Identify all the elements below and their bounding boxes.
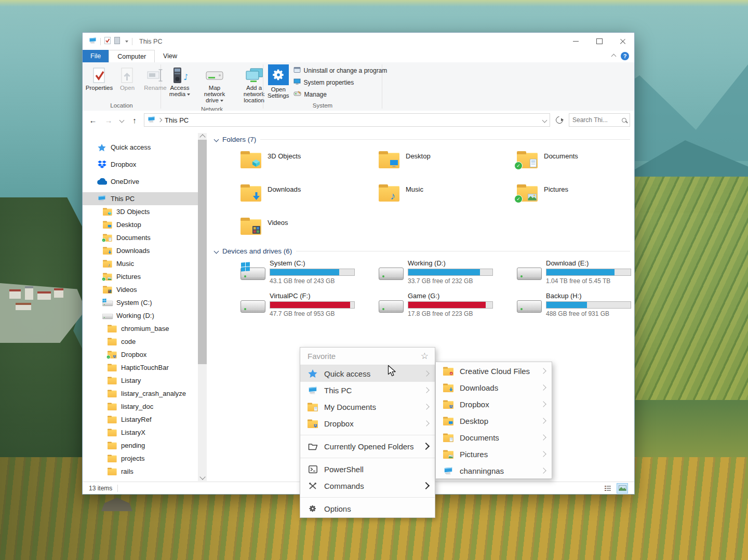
tab-view[interactable]: View bbox=[155, 50, 185, 62]
sidebar-item-system-c-[interactable]: System (C:) bbox=[83, 296, 198, 309]
access-media-button[interactable]: ♪ Access media bbox=[164, 64, 195, 99]
sidebar-item-code[interactable]: code bbox=[83, 335, 198, 348]
gear-icon bbox=[308, 504, 318, 513]
manage-button[interactable]: Manage bbox=[293, 89, 388, 99]
drives-section-header[interactable]: Devices and drives (6) bbox=[215, 247, 630, 255]
sidebar-item-listaryref[interactable]: ListaryRef bbox=[83, 413, 198, 426]
menu-item-desktop[interactable]: Desktop bbox=[436, 412, 552, 429]
tab-file[interactable]: File bbox=[83, 50, 109, 62]
sidebar-item-videos[interactable]: Videos bbox=[83, 283, 198, 296]
sidebar-item-pending[interactable]: pending bbox=[83, 439, 198, 452]
menu-item-documents[interactable]: Documents bbox=[436, 429, 552, 446]
sidebar-item-listary-doc[interactable]: listary_doc bbox=[83, 400, 198, 413]
sidebar-item-dropbox[interactable]: Dropbox bbox=[83, 158, 198, 171]
favorite-search-box[interactable]: Favorite ☆ bbox=[300, 348, 435, 365]
forward-button[interactable]: → bbox=[102, 114, 115, 126]
refresh-button[interactable] bbox=[553, 114, 566, 126]
menu-separator bbox=[300, 432, 435, 438]
group-label-system: System bbox=[263, 101, 382, 111]
sidebar-item-dropbox[interactable]: ✓Dropbox bbox=[83, 348, 198, 361]
map-network-drive-button[interactable]: Map network drive bbox=[196, 64, 233, 105]
folder-tile-videos[interactable]: Videos bbox=[238, 213, 377, 246]
menu-item-dropbox[interactable]: Dropbox bbox=[300, 415, 435, 432]
properties-button[interactable]: Properties bbox=[86, 64, 113, 92]
sidebar-item-desktop[interactable]: Desktop bbox=[83, 218, 198, 231]
menu-item-dropbox[interactable]: Dropbox bbox=[436, 396, 552, 412]
menu-item-this-pc[interactable]: This PC bbox=[300, 382, 435, 398]
open-settings-button[interactable]: Open Settings bbox=[268, 64, 289, 99]
sidebar-item-projects[interactable]: projects bbox=[83, 452, 198, 465]
sidebar-item-rails[interactable]: rails bbox=[83, 465, 198, 478]
scroll-down-icon[interactable] bbox=[199, 474, 205, 479]
recent-locations-icon[interactable] bbox=[118, 114, 125, 126]
collapse-section-icon[interactable] bbox=[214, 249, 219, 254]
menu-item-commands[interactable]: Commands bbox=[300, 477, 435, 494]
drive-tile-backup-h-[interactable]: Backup (H:)488 GB free of 931 GB bbox=[515, 291, 653, 324]
sidebar-item-listaryx[interactable]: ListaryX bbox=[83, 426, 198, 439]
drive-tile-virtualpc-f-[interactable]: VirtualPC (F:)47.7 GB free of 953 GB bbox=[238, 291, 377, 324]
sidebar-item-working-d-[interactable]: Working (D:) bbox=[83, 309, 198, 322]
up-button[interactable]: ↑ bbox=[128, 114, 141, 126]
new-folder-qat-icon[interactable] bbox=[114, 37, 120, 46]
folder-tile-desktop[interactable]: Desktop bbox=[377, 146, 515, 180]
drive-tile-download-e-[interactable]: Download (E:)1.04 TB free of 5.45 TB bbox=[515, 258, 653, 291]
menu-item-currently-opened-folders[interactable]: Currently Opened Folders bbox=[300, 438, 435, 455]
sidebar-item-listary[interactable]: Listary bbox=[83, 374, 198, 387]
folder-tile-music[interactable]: ♪Music bbox=[377, 180, 515, 213]
collapse-ribbon-icon[interactable] bbox=[611, 54, 617, 59]
folder-tile-3d-objects[interactable]: 3D Objects bbox=[238, 146, 377, 180]
sidebar-item-onedrive[interactable]: OneDrive bbox=[83, 175, 198, 188]
sidebar-item-quick-access[interactable]: Quick access bbox=[83, 141, 198, 154]
sidebar-item-documents[interactable]: ✓Documents bbox=[83, 231, 198, 244]
menu-item-creative-cloud-files[interactable]: @Creative Cloud Files bbox=[436, 363, 552, 379]
menu-item-powershell[interactable]: PowerShell bbox=[300, 461, 435, 477]
sidebar-item-label: Pictures bbox=[116, 273, 141, 281]
sidebar-item-downloads[interactable]: Downloads bbox=[83, 244, 198, 257]
menu-item-my-documents[interactable]: My Documents bbox=[300, 398, 435, 415]
sidebar-item-this-pc[interactable]: This PC bbox=[83, 192, 198, 205]
sidebar-item-label: Working (D:) bbox=[116, 312, 154, 319]
minimize-button[interactable] bbox=[564, 33, 587, 50]
collapse-section-icon[interactable] bbox=[214, 137, 219, 142]
sidebar-item-listary-crash-analyze[interactable]: listary_crash_analyze bbox=[83, 387, 198, 400]
folders-section-header[interactable]: Folders (7) bbox=[215, 136, 630, 143]
tab-computer[interactable]: Computer bbox=[109, 50, 155, 63]
back-button[interactable]: ← bbox=[87, 114, 99, 126]
maximize-button[interactable] bbox=[587, 33, 611, 50]
folder-tile-downloads[interactable]: Downloads bbox=[238, 180, 377, 213]
thumbnail-view-button[interactable] bbox=[617, 483, 628, 494]
uninstall-program-button[interactable]: Uninstall or change a program bbox=[293, 65, 388, 75]
favorite-star-icon[interactable]: ☆ bbox=[421, 351, 429, 362]
menu-item-pictures[interactable]: Pictures bbox=[436, 446, 552, 462]
customize-toolbar-icon[interactable] bbox=[125, 41, 128, 43]
sidebar-item-chromium-base[interactable]: chromium_base bbox=[83, 322, 198, 335]
properties-qat-icon[interactable] bbox=[104, 37, 111, 46]
menu-item-channingnas[interactable]: channingnas bbox=[436, 462, 552, 479]
drive-tile-working-d-[interactable]: Working (D:)33.7 GB free of 232 GB bbox=[377, 258, 515, 291]
address-field[interactable]: This PC bbox=[144, 113, 550, 127]
system-properties-button[interactable]: System properties bbox=[293, 77, 388, 87]
open-button[interactable]: Open bbox=[114, 64, 141, 92]
sidebar-item-3d-objects[interactable]: 3D Objects bbox=[83, 205, 198, 218]
drive-tile-system-c-[interactable]: System (C:)43.1 GB free of 243 GB bbox=[238, 258, 377, 291]
drive-tile-game-g-[interactable]: Game (G:)17.8 GB free of 223 GB bbox=[377, 291, 515, 324]
search-input[interactable]: Search Thi... bbox=[569, 113, 630, 127]
menu-item-quick-access[interactable]: Quick access bbox=[300, 365, 435, 382]
scrollbar-thumb[interactable] bbox=[198, 140, 207, 364]
nav-scrollbar[interactable] bbox=[198, 133, 207, 481]
address-dropdown-icon[interactable] bbox=[542, 117, 547, 123]
sidebar-item-pictures[interactable]: ✓Pictures bbox=[83, 270, 198, 283]
close-button[interactable] bbox=[611, 33, 634, 50]
folder-tile-pictures[interactable]: ✓Pictures bbox=[515, 180, 653, 213]
menu-item-downloads[interactable]: Downloads bbox=[436, 379, 552, 396]
menu-item-options[interactable]: Options bbox=[300, 500, 435, 517]
breadcrumb[interactable]: This PC bbox=[165, 116, 189, 124]
capacity-bar bbox=[270, 301, 355, 309]
scroll-up-icon[interactable] bbox=[199, 134, 205, 140]
sidebar-item-haptictouchbar[interactable]: HapticTouchBar bbox=[83, 361, 198, 374]
help-icon[interactable]: ? bbox=[621, 52, 629, 60]
folder-tile-documents[interactable]: ✓Documents bbox=[515, 146, 653, 180]
details-view-button[interactable] bbox=[602, 483, 613, 494]
sidebar-item-music[interactable]: ♪Music bbox=[83, 257, 198, 270]
rename-button[interactable]: Rename bbox=[142, 64, 169, 92]
